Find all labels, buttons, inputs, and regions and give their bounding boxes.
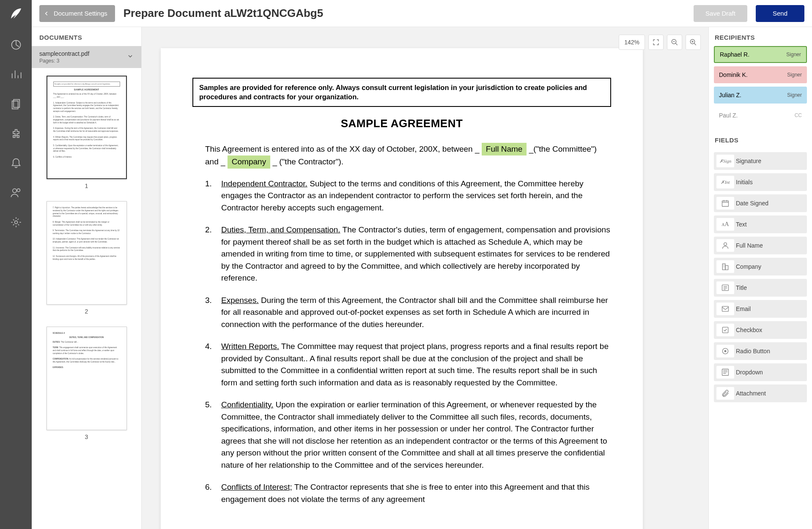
viewer-controls: 142% bbox=[619, 35, 701, 50]
nav-contacts-icon[interactable] bbox=[0, 181, 32, 205]
fields-list: ✗SignSignature✗IntInitialsDate SignedAAT… bbox=[709, 149, 812, 411]
field-item-person[interactable]: Full Name bbox=[714, 237, 807, 254]
svg-rect-11 bbox=[725, 266, 728, 270]
checkbox-icon bbox=[716, 324, 734, 336]
field-label: Dropdown bbox=[736, 369, 763, 376]
recipient-item[interactable]: Julian Z.Signer bbox=[714, 87, 807, 104]
svg-point-5 bbox=[14, 221, 17, 224]
svg-rect-10 bbox=[722, 264, 725, 270]
field-item-date[interactable]: Date Signed bbox=[714, 194, 807, 212]
field-fullname-tag[interactable]: Full Name bbox=[482, 143, 527, 156]
field-item-signature[interactable]: ✗SignSignature bbox=[714, 152, 807, 170]
field-item-text[interactable]: AAText bbox=[714, 215, 807, 233]
clause-body: During the term of this Agreement, the C… bbox=[221, 296, 608, 329]
clause-title: Conflicts of Interest; bbox=[221, 483, 292, 491]
clause-title: Written Reports. bbox=[221, 342, 279, 351]
recipient-item[interactable]: Dominik K.Signer bbox=[714, 66, 807, 83]
svg-rect-14 bbox=[722, 327, 728, 333]
field-label: Title bbox=[736, 284, 747, 291]
recipient-role: Signer bbox=[786, 52, 801, 57]
field-label: Checkbox bbox=[736, 327, 762, 333]
svg-point-4 bbox=[17, 189, 20, 192]
clause-item: Written Reports. The Committee may reque… bbox=[205, 341, 611, 389]
recipient-name: Raphael R. bbox=[720, 51, 749, 58]
fit-screen-button[interactable] bbox=[648, 35, 664, 50]
page-thumb-label: 3 bbox=[85, 434, 88, 440]
nav-integrations-icon[interactable] bbox=[0, 122, 32, 145]
recipient-role: Signer bbox=[787, 92, 802, 98]
page-title: Prepare Document aLW2t1QNCGAbg5 bbox=[123, 7, 323, 20]
notice-box: Samples are provided for reference only.… bbox=[192, 78, 611, 107]
field-item-company[interactable]: Company bbox=[714, 258, 807, 275]
clause-item: Independent Contractor. Subject to the t… bbox=[205, 178, 611, 214]
field-item-attachment[interactable]: Attachment bbox=[714, 384, 807, 402]
recipient-item[interactable]: Paul Z.CC bbox=[714, 107, 807, 124]
save-draft-button[interactable]: Save Draft bbox=[694, 5, 747, 22]
radio-icon bbox=[716, 345, 734, 357]
svg-rect-13 bbox=[722, 306, 729, 311]
zoom-percent[interactable]: 142% bbox=[619, 35, 645, 50]
nav-rail bbox=[0, 0, 32, 529]
clause-body: The Committee may request that project p… bbox=[221, 342, 609, 387]
clause-item: Conflicts of Interest; The Contractor re… bbox=[205, 481, 611, 505]
clause-body: Upon the expiration or earlier terminati… bbox=[221, 400, 607, 469]
recipient-item[interactable]: Raphael R.Signer bbox=[714, 46, 807, 63]
svg-point-3 bbox=[12, 189, 16, 193]
company-icon bbox=[716, 260, 734, 273]
chevron-left-icon bbox=[44, 11, 49, 16]
recipient-name: Dominik K. bbox=[719, 71, 748, 78]
field-label: Text bbox=[736, 221, 747, 228]
person-icon bbox=[716, 239, 734, 252]
documents-header: DOCUMENTS bbox=[32, 27, 141, 46]
clause-item: Duties, Term, and Compensation. The Cont… bbox=[205, 224, 611, 284]
document-page[interactable]: Samples are provided for reference only.… bbox=[161, 48, 643, 529]
initials-icon: ✗Int bbox=[716, 176, 734, 188]
back-button[interactable]: Document Settings bbox=[39, 5, 115, 22]
field-item-title[interactable]: Title bbox=[714, 279, 807, 297]
send-button[interactable]: Send bbox=[756, 5, 804, 22]
recipient-name: Paul Z. bbox=[719, 112, 738, 119]
field-label: Date Signed bbox=[736, 200, 768, 207]
email-icon bbox=[716, 303, 734, 315]
recipients-header: RECIPIENTS bbox=[709, 27, 812, 46]
nav-settings-icon[interactable] bbox=[0, 210, 32, 234]
recipient-name: Julian Z. bbox=[719, 92, 741, 98]
field-label: Signature bbox=[736, 158, 761, 164]
text-icon: AA bbox=[716, 218, 734, 231]
intro-text: This Agreement is entered into as of the… bbox=[205, 145, 482, 153]
nav-dashboard-icon[interactable] bbox=[0, 33, 32, 57]
field-item-initials[interactable]: ✗IntInitials bbox=[714, 173, 807, 191]
document-file-pages: Pages: 3 bbox=[39, 58, 89, 64]
field-company-tag[interactable]: Company bbox=[228, 155, 270, 169]
page-thumb-3[interactable]: SCHEDULE A DUTIES, TERM, AND COMPENSATIO… bbox=[47, 327, 127, 440]
clause-item: Confidentiality. Upon the expiration or … bbox=[205, 399, 611, 471]
zoom-in-button[interactable] bbox=[686, 35, 701, 50]
page-thumb-label: 1 bbox=[85, 183, 88, 189]
zoom-out-button[interactable] bbox=[667, 35, 682, 50]
nav-documents-icon[interactable] bbox=[0, 92, 32, 116]
field-item-radio[interactable]: Radio Button bbox=[714, 342, 807, 360]
documents-panel: DOCUMENTS samplecontract.pdf Pages: 3 Sa… bbox=[32, 27, 142, 529]
field-label: Attachment bbox=[736, 390, 766, 397]
date-icon bbox=[716, 197, 734, 210]
back-button-label: Document Settings bbox=[54, 10, 107, 17]
field-item-dropdown[interactable]: Dropdown bbox=[714, 363, 807, 381]
clause-title: Confidentiality. bbox=[221, 400, 273, 409]
document-intro: This Agreement is entered into as of the… bbox=[205, 143, 611, 169]
nav-analytics-icon[interactable] bbox=[0, 63, 32, 86]
fields-header: FIELDS bbox=[709, 130, 812, 149]
field-item-checkbox[interactable]: Checkbox bbox=[714, 321, 807, 339]
clause-title: Independent Contractor. bbox=[221, 179, 307, 188]
app-logo[interactable] bbox=[0, 0, 32, 27]
svg-rect-17 bbox=[722, 369, 729, 376]
page-thumb-label: 2 bbox=[85, 308, 88, 315]
right-panel: RECIPIENTS Raphael R.SignerDominik K.Sig… bbox=[708, 27, 812, 529]
page-thumb-1[interactable]: Samples are provided for reference only.… bbox=[47, 76, 127, 189]
page-thumb-2[interactable]: 7. Right to Injunction. The parties here… bbox=[47, 201, 127, 315]
nav-notify-icon[interactable] bbox=[0, 151, 32, 175]
clauses-list: Independent Contractor. Subject to the t… bbox=[205, 178, 611, 506]
intro-text: _ ("the Contractor"). bbox=[270, 157, 343, 166]
field-label: Full Name bbox=[736, 242, 763, 249]
field-item-email[interactable]: Email bbox=[714, 300, 807, 318]
document-file-row[interactable]: samplecontract.pdf Pages: 3 bbox=[32, 46, 141, 68]
